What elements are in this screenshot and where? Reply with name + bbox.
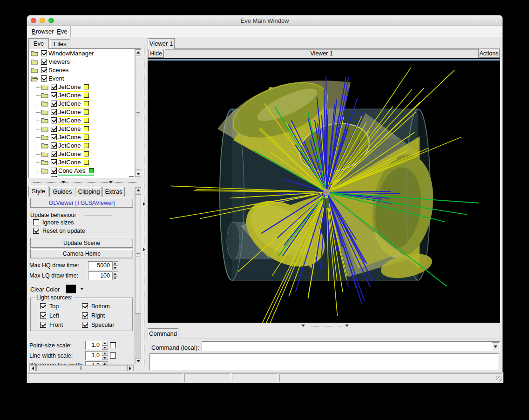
gl-viewport[interactable] (148, 58, 500, 323)
resize-grip[interactable] (496, 376, 502, 382)
tab-eve[interactable]: Eve (28, 38, 49, 49)
tree-item-label[interactable]: Viewers (48, 58, 70, 66)
viewer-command-splitter[interactable] (148, 323, 500, 329)
tab-command[interactable]: Command (148, 328, 178, 339)
tree-item-label[interactable]: JetCone (58, 159, 89, 167)
tree-item-checkbox[interactable] (51, 142, 57, 149)
line-width-input[interactable]: 1.0 (85, 351, 102, 360)
scroll-up-button[interactable] (135, 49, 141, 55)
style-scrollbar[interactable] (135, 187, 141, 364)
tree-item[interactable]: StraightLinesEtaPhiSeed (29, 175, 134, 177)
light-bottom-checkbox[interactable] (82, 303, 88, 309)
tree-item-label[interactable]: StraightLinesEtaPhiSeed (58, 176, 134, 177)
tab-viewer-1[interactable]: Viewer 1 (148, 38, 175, 49)
combo-dropdown-button[interactable] (492, 342, 499, 350)
tree-item-checkbox[interactable] (51, 159, 57, 165)
tree-item-label[interactable]: JetCone (58, 125, 89, 134)
tree-item-checkbox[interactable] (51, 126, 57, 132)
tree-item-label[interactable]: JetCone (58, 142, 89, 150)
tab-files[interactable]: Files (50, 39, 70, 49)
tab-extras[interactable]: Extras (102, 187, 125, 196)
max-hq-input[interactable]: 5000 (88, 261, 112, 270)
line-width-stepper[interactable] (102, 351, 108, 360)
tree-item[interactable]: WindowManager (29, 49, 134, 58)
tree-item-checkbox[interactable] (51, 92, 57, 98)
camera-home-button[interactable]: Camera Home (30, 249, 133, 258)
tree-item-label[interactable]: JetCone (58, 134, 89, 142)
tree-item-label[interactable]: JetCone (58, 117, 89, 125)
panel-splitter[interactable] (142, 38, 146, 372)
reset-on-update-checkbox[interactable] (33, 228, 39, 234)
tree-item[interactable]: JetCone (29, 142, 134, 150)
glviewer-header-button[interactable]: GLViewer [TGLSAViewer] (30, 198, 133, 208)
ignore-sizes-checkbox[interactable] (33, 219, 39, 225)
menu-eve[interactable]: Eve (54, 26, 70, 37)
scroll-up-button[interactable] (135, 187, 141, 193)
update-scene-button[interactable]: Update Scene (30, 238, 133, 248)
actions-button[interactable]: Actions (478, 49, 500, 58)
tree-item-label[interactable]: Scenes (48, 67, 68, 74)
tree-item-checkbox[interactable] (51, 117, 57, 123)
tab-guides[interactable]: Guides (49, 187, 75, 196)
scroll-left-button[interactable] (30, 365, 36, 371)
tree-item[interactable]: JetCone (29, 150, 134, 158)
scroll-thumb[interactable] (135, 194, 141, 314)
tree-item[interactable]: JetCone (29, 158, 134, 167)
max-hq-stepper[interactable] (112, 261, 118, 270)
tree-item-label[interactable]: JetCone (58, 150, 89, 159)
clear-color-dropdown[interactable] (79, 285, 85, 293)
titlebar[interactable]: Eve Main Window (27, 15, 502, 26)
command-combobox[interactable] (202, 341, 500, 351)
light-front-checkbox[interactable] (40, 322, 46, 328)
tree-item-label[interactable]: WindowManager (48, 50, 94, 57)
tree-item-label[interactable]: JetCone (58, 83, 89, 92)
scroll-right-button[interactable] (127, 365, 133, 371)
tree-item[interactable]: JetCone (29, 108, 134, 116)
hide-button[interactable]: Hide (148, 49, 164, 58)
tree-item-checkbox[interactable] (41, 75, 47, 81)
command-input[interactable] (203, 342, 490, 350)
tree-item[interactable]: JetCone (29, 116, 134, 125)
scroll-down-button[interactable] (135, 171, 141, 177)
point-size-input[interactable]: 1.0 (85, 341, 102, 350)
tree-item-checkbox[interactable] (51, 109, 57, 115)
scroll-down-button[interactable] (135, 358, 141, 364)
tree-item[interactable]: Event (29, 75, 134, 83)
tree-item[interactable]: JetCone (29, 133, 134, 142)
tree-item[interactable]: JetCone (29, 100, 134, 108)
tab-style[interactable]: Style (28, 186, 48, 196)
tree-item-label[interactable]: Cone Axis (58, 167, 94, 176)
command-output[interactable] (149, 353, 499, 370)
tree-item-checkbox[interactable] (41, 67, 47, 73)
max-lq-input[interactable]: 100 (88, 271, 112, 280)
style-hscrollbar[interactable] (29, 365, 134, 371)
clear-color-swatch[interactable] (66, 285, 76, 294)
point-size-checkbox[interactable] (110, 342, 116, 348)
max-lq-stepper[interactable] (112, 271, 118, 280)
light-right-checkbox[interactable] (82, 312, 88, 318)
tree-item-checkbox[interactable] (41, 50, 47, 56)
tree-item-checkbox[interactable] (51, 176, 57, 177)
tree-item[interactable]: JetCone (29, 91, 134, 100)
light-left-checkbox[interactable] (40, 312, 46, 318)
tree-item-checkbox[interactable] (41, 59, 47, 65)
tree-item[interactable]: JetCone (29, 125, 134, 133)
scroll-thumb[interactable] (135, 56, 141, 170)
light-specular-checkbox[interactable] (82, 322, 88, 328)
tree-item-label[interactable]: Event (48, 75, 64, 82)
tree-scrollbar[interactable] (135, 49, 141, 177)
tab-clipping[interactable]: Clipping (76, 187, 102, 196)
line-width-checkbox[interactable] (110, 352, 116, 359)
tree-item-label[interactable]: JetCone (58, 108, 89, 117)
tree-style-splitter[interactable] (28, 179, 141, 185)
tree-item[interactable]: Scenes (29, 66, 134, 75)
tree-item-checkbox[interactable] (51, 151, 57, 157)
light-top-checkbox[interactable] (40, 303, 46, 309)
menu-browser[interactable]: Browser (29, 26, 57, 37)
point-size-stepper[interactable] (102, 341, 108, 350)
tree-item-checkbox[interactable] (51, 168, 57, 174)
tree-item-label[interactable]: JetCone (58, 92, 89, 100)
tree-item-label[interactable]: JetCone (58, 100, 89, 108)
scroll-thumb[interactable] (36, 365, 126, 371)
wireframe-stepper[interactable] (102, 361, 108, 365)
